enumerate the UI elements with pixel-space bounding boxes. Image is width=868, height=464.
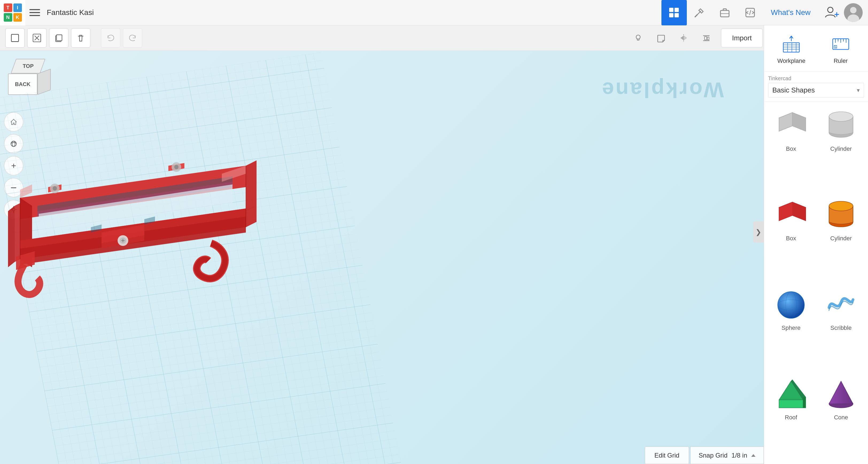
redo-button[interactable] bbox=[123, 28, 142, 48]
main-toolbar: Import Export Send To bbox=[0, 25, 868, 51]
delete-icon bbox=[76, 33, 85, 42]
workplane-tool-label: Workplane bbox=[777, 58, 805, 64]
cube-top-face[interactable]: TOP bbox=[11, 59, 45, 73]
nav-gallery-button[interactable] bbox=[661, 0, 687, 25]
tinkercad-logo[interactable]: T I N K bbox=[0, 0, 25, 25]
zoom-in-button[interactable]: + bbox=[4, 156, 23, 175]
fit-view-button[interactable] bbox=[4, 200, 23, 219]
shape-box-red[interactable]: Box bbox=[768, 195, 814, 281]
add-user-icon bbox=[824, 4, 839, 21]
shape-cylinder-orange[interactable]: Cylinder bbox=[818, 195, 864, 281]
shape-cone-purple[interactable]: Cone bbox=[818, 374, 864, 460]
logo-t: T bbox=[4, 3, 12, 12]
note-icon bbox=[656, 33, 665, 42]
delete-button[interactable] bbox=[71, 28, 90, 48]
box-gray-label: Box bbox=[786, 146, 796, 152]
cone-purple-thumbnail bbox=[822, 377, 860, 412]
zoom-out-button[interactable]: − bbox=[4, 178, 23, 197]
svg-rect-97 bbox=[779, 400, 803, 408]
hint-button[interactable] bbox=[629, 29, 648, 47]
mirror-button[interactable] bbox=[674, 29, 693, 47]
box-red-svg bbox=[774, 199, 808, 231]
svg-line-78 bbox=[835, 45, 836, 48]
snap-grid-increment[interactable] bbox=[751, 454, 755, 457]
roof-green-thumbnail bbox=[772, 377, 810, 412]
undo-icon bbox=[106, 33, 115, 42]
minus-icon: − bbox=[10, 183, 17, 192]
box-red-thumbnail bbox=[772, 198, 810, 233]
svg-point-85 bbox=[829, 112, 853, 121]
home-icon bbox=[10, 118, 18, 126]
cube-side-face[interactable] bbox=[37, 69, 51, 95]
hamburger-icon bbox=[29, 9, 40, 16]
svg-point-12 bbox=[850, 7, 857, 13]
add-user-button[interactable] bbox=[818, 0, 844, 25]
webgl-canvas[interactable] bbox=[0, 51, 764, 464]
svg-point-27 bbox=[12, 208, 15, 211]
svg-rect-65 bbox=[783, 43, 799, 52]
svg-point-18 bbox=[636, 35, 640, 39]
hamburger-menu-button[interactable] bbox=[25, 0, 44, 25]
whats-new-button[interactable]: What's New bbox=[763, 0, 819, 25]
edit-grid-button[interactable]: Edit Grid bbox=[645, 446, 689, 464]
box-gray-thumbnail bbox=[772, 109, 810, 143]
shape-scribble[interactable]: Scribble bbox=[818, 285, 864, 370]
undo-button[interactable] bbox=[101, 28, 120, 48]
category-dropdown[interactable]: Basic Shapes ▾ bbox=[768, 83, 864, 98]
lightbulb-icon bbox=[633, 33, 643, 42]
ruler-tool-icon bbox=[830, 33, 851, 55]
copy-button[interactable] bbox=[49, 28, 68, 48]
3d-canvas[interactable]: Workplane TOP BACK bbox=[0, 51, 764, 464]
copy-icon bbox=[54, 33, 63, 42]
home-view-button[interactable] bbox=[4, 112, 23, 131]
svg-rect-98 bbox=[803, 397, 806, 408]
avatar-icon bbox=[844, 3, 863, 22]
new-shape-button[interactable] bbox=[5, 28, 25, 48]
scribble-thumbnail bbox=[822, 287, 860, 322]
cylinder-gray-svg bbox=[824, 110, 858, 142]
scribble-svg bbox=[824, 289, 858, 321]
svg-rect-3 bbox=[675, 13, 679, 18]
import-button[interactable]: Import bbox=[721, 29, 763, 47]
workplane-tool-button[interactable]: Workplane bbox=[768, 31, 815, 67]
view-controls: + − bbox=[4, 112, 23, 219]
svg-marker-88 bbox=[793, 202, 806, 221]
nav-right-area: What's New bbox=[661, 0, 868, 25]
panel-collapse-button[interactable]: ❯ bbox=[753, 221, 764, 243]
snap-up-icon bbox=[751, 454, 755, 457]
cylinder-orange-svg bbox=[824, 199, 858, 231]
project-name[interactable]: Fantastic Kasi bbox=[47, 8, 94, 17]
category-area: Tinkercad Basic Shapes ▾ bbox=[764, 71, 868, 102]
roof-green-label: Roof bbox=[785, 414, 797, 421]
bottom-status-bar: Edit Grid Snap Grid 1/8 in bbox=[645, 446, 764, 464]
orbit-button[interactable] bbox=[4, 134, 23, 153]
svg-point-92 bbox=[778, 291, 804, 318]
shape-box-gray[interactable]: Box bbox=[768, 106, 814, 191]
nav-portfolio-button[interactable] bbox=[712, 0, 738, 25]
svg-rect-14 bbox=[11, 34, 19, 41]
nav-codeblocks-button[interactable] bbox=[738, 0, 763, 25]
cone-purple-label: Cone bbox=[834, 414, 848, 421]
roof-green-svg bbox=[774, 378, 808, 410]
cut-button[interactable] bbox=[27, 28, 46, 48]
build-icon bbox=[693, 7, 705, 19]
svg-line-7 bbox=[750, 10, 751, 15]
category-provider: Tinkercad bbox=[768, 75, 864, 82]
sphere-blue-svg bbox=[774, 289, 808, 321]
user-avatar[interactable] bbox=[844, 3, 863, 22]
nav-build-button[interactable] bbox=[687, 0, 712, 25]
shape-cylinder-gray[interactable]: Cylinder bbox=[818, 106, 864, 191]
note-button[interactable] bbox=[652, 29, 670, 47]
dropdown-arrow-icon: ▾ bbox=[857, 87, 860, 94]
align-button[interactable] bbox=[697, 29, 716, 47]
cube-front-face[interactable]: BACK bbox=[8, 73, 37, 95]
orbit-icon bbox=[10, 140, 18, 148]
shape-sphere-blue[interactable]: Sphere bbox=[768, 285, 814, 370]
briefcase-icon bbox=[719, 7, 731, 19]
ruler-tool-button[interactable]: Ruler bbox=[817, 31, 864, 67]
shape-roof-green[interactable]: Roof bbox=[768, 374, 814, 460]
grid-view-icon bbox=[668, 7, 680, 19]
view-cube[interactable]: TOP BACK bbox=[8, 59, 51, 104]
logo-i: I bbox=[13, 3, 22, 12]
svg-point-91 bbox=[829, 201, 853, 211]
